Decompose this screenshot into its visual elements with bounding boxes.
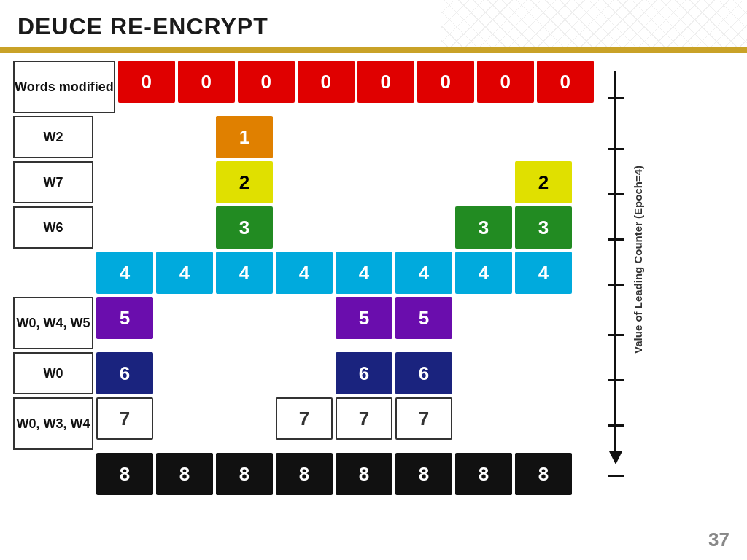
cell-6-4: 6 bbox=[336, 352, 392, 394]
cell-3-5 bbox=[395, 206, 452, 249]
row-w045: W0, W4, W5 5 5 5 bbox=[13, 297, 594, 349]
cell-1-3 bbox=[276, 116, 333, 158]
cell-1-6 bbox=[455, 116, 512, 158]
gold-divider bbox=[0, 47, 747, 53]
tick-7 bbox=[608, 424, 624, 427]
row-words-modified: Words modified 0 0 0 0 0 0 0 0 bbox=[13, 61, 594, 113]
header: DEUCE RE-ENCRYPT bbox=[0, 0, 747, 47]
cell-2-1 bbox=[156, 161, 213, 203]
cell-8-6: 8 bbox=[455, 453, 512, 495]
cell-1-4 bbox=[336, 116, 392, 158]
label-w7: W7 bbox=[13, 161, 93, 203]
row-8: 8 8 8 8 8 8 8 8 bbox=[13, 453, 594, 495]
cell-5-3 bbox=[276, 297, 333, 339]
cell-8-0: 8 bbox=[96, 453, 153, 495]
cell-8-1: 8 bbox=[156, 453, 213, 495]
cell-8-5: 8 bbox=[395, 453, 452, 495]
cell-0-0: 0 bbox=[118, 61, 175, 103]
tick-0 bbox=[608, 97, 624, 99]
row-w6: W6 3 3 3 bbox=[13, 206, 594, 249]
cell-0-7: 0 bbox=[537, 61, 594, 103]
cell-3-4 bbox=[336, 206, 392, 249]
cell-7-1 bbox=[156, 397, 213, 440]
content-grid: Words modified 0 0 0 0 0 0 0 0 W2 1 W7 bbox=[13, 61, 594, 495]
tick-5 bbox=[608, 334, 624, 336]
cell-1-7 bbox=[515, 116, 572, 158]
cell-7-6 bbox=[455, 397, 512, 440]
cell-2-5 bbox=[395, 161, 452, 203]
label-words-modified: Words modified bbox=[13, 61, 115, 113]
cell-2-3 bbox=[276, 161, 333, 203]
cell-1-0 bbox=[96, 116, 153, 158]
cell-6-5: 6 bbox=[395, 352, 452, 394]
cell-5-6 bbox=[455, 297, 512, 339]
cell-2-4 bbox=[336, 161, 392, 203]
cell-5-5: 5 bbox=[395, 297, 452, 339]
tick-4 bbox=[608, 284, 624, 286]
label-w034: W0, W3, W4 bbox=[13, 397, 93, 450]
cell-2-6 bbox=[455, 161, 512, 203]
cell-6-1 bbox=[156, 352, 213, 394]
tick-2 bbox=[608, 193, 624, 195]
cell-4-4: 4 bbox=[336, 252, 392, 294]
cell-1-2: 1 bbox=[216, 116, 273, 158]
cell-1-5 bbox=[395, 116, 452, 158]
row-4: 4 4 4 4 4 4 4 4 bbox=[13, 252, 594, 294]
row-w2: W2 1 bbox=[13, 116, 594, 158]
main-content: Words modified 0 0 0 0 0 0 0 0 W2 1 W7 bbox=[0, 53, 747, 502]
cell-3-1 bbox=[156, 206, 213, 249]
label-w0: W0 bbox=[13, 352, 93, 394]
cell-4-3: 4 bbox=[276, 252, 333, 294]
cell-7-4: 7 bbox=[336, 397, 392, 440]
cell-3-2: 3 bbox=[216, 206, 273, 249]
cell-4-2: 4 bbox=[216, 252, 273, 294]
cell-4-0: 4 bbox=[96, 252, 153, 294]
cell-0-3: 0 bbox=[298, 61, 355, 103]
cell-5-2 bbox=[216, 297, 273, 339]
axis-line bbox=[614, 71, 616, 453]
cell-6-2 bbox=[216, 352, 273, 394]
cell-3-0 bbox=[96, 206, 153, 249]
cell-0-2: 0 bbox=[238, 61, 295, 103]
cell-0-5: 0 bbox=[417, 61, 474, 103]
page-title: DEUCE RE-ENCRYPT bbox=[18, 13, 729, 40]
cell-2-7: 2 bbox=[515, 161, 572, 203]
axis-column: Value of Leading Counter (Epoch=4) bbox=[601, 61, 652, 495]
cell-8-4: 8 bbox=[336, 453, 392, 495]
label-w045: W0, W4, W5 bbox=[13, 297, 93, 349]
slide-number: 37 bbox=[708, 529, 729, 551]
row-w034: W0, W3, W4 7 7 7 7 bbox=[13, 397, 594, 450]
cell-8-2: 8 bbox=[216, 453, 273, 495]
label-w6: W6 bbox=[13, 206, 93, 249]
cell-0-6: 0 bbox=[477, 61, 534, 103]
row-w0: W0 6 6 6 bbox=[13, 352, 594, 394]
cell-6-6 bbox=[455, 352, 512, 394]
cell-0-1: 0 bbox=[178, 61, 235, 103]
cell-2-2: 2 bbox=[216, 161, 273, 203]
cell-4-5: 4 bbox=[395, 252, 452, 294]
cell-6-0: 6 bbox=[96, 352, 153, 394]
cell-7-3: 7 bbox=[276, 397, 333, 440]
axis-label-container: Value of Leading Counter (Epoch=4) bbox=[623, 68, 654, 451]
cell-7-0: 7 bbox=[96, 397, 153, 440]
cell-5-7 bbox=[515, 297, 572, 339]
row-w7: W7 2 2 bbox=[13, 161, 594, 203]
cell-4-1: 4 bbox=[156, 252, 213, 294]
cell-4-6: 4 bbox=[455, 252, 512, 294]
label-w2: W2 bbox=[13, 116, 93, 158]
tick-3 bbox=[608, 238, 624, 241]
cell-3-6: 3 bbox=[455, 206, 512, 249]
cell-7-2 bbox=[216, 397, 273, 440]
tick-1 bbox=[608, 148, 624, 150]
cell-8-3: 8 bbox=[276, 453, 333, 495]
cell-2-0 bbox=[96, 161, 153, 203]
cell-5-0: 5 bbox=[96, 297, 153, 339]
cell-5-1 bbox=[156, 297, 213, 339]
cell-3-7: 3 bbox=[515, 206, 572, 249]
cell-6-3 bbox=[276, 352, 333, 394]
cell-7-7 bbox=[515, 397, 572, 440]
cell-5-4: 5 bbox=[336, 297, 392, 339]
cell-4-7: 4 bbox=[515, 252, 572, 294]
cell-3-3 bbox=[276, 206, 333, 249]
cell-7-5: 7 bbox=[395, 397, 452, 440]
